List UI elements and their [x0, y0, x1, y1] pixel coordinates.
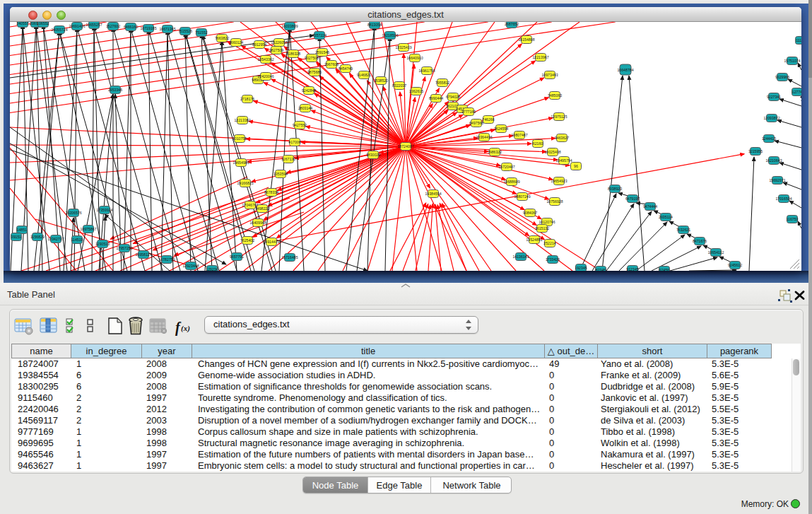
- svg-text:6466160: 6466160: [124, 25, 138, 29]
- svg-text:3624554: 3624554: [494, 127, 508, 131]
- svg-text:16961758: 16961758: [418, 69, 435, 73]
- svg-text:7955812: 7955812: [435, 81, 449, 85]
- svg-text:12213967: 12213967: [532, 55, 548, 59]
- svg-text:3267130: 3267130: [281, 157, 295, 161]
- svg-text:1290513: 1290513: [95, 242, 110, 246]
- svg-text:7485063: 7485063: [548, 93, 562, 98]
- svg-text:8678334: 8678334: [264, 190, 278, 194]
- svg-text:10756928: 10756928: [546, 199, 563, 204]
- svg-text:16914479: 16914479: [263, 240, 279, 244]
- svg-text:16154808: 16154808: [518, 37, 534, 42]
- svg-text:192345: 192345: [575, 266, 587, 270]
- svg-text:16210643: 16210643: [765, 158, 782, 163]
- svg-text:8990444: 8990444: [429, 96, 443, 100]
- svg-text:2591546: 2591546: [315, 50, 329, 54]
- svg-text:2935114: 2935114: [659, 215, 673, 219]
- svg-text:8938923: 8938923: [608, 187, 622, 191]
- svg-text:2967608: 2967608: [324, 62, 339, 66]
- svg-text:129234: 129234: [206, 267, 218, 271]
- svg-text:8471676: 8471676: [693, 239, 707, 243]
- svg-text:17359924: 17359924: [96, 208, 112, 212]
- svg-text:10807487: 10807487: [511, 133, 527, 137]
- svg-text:1010755: 1010755: [233, 136, 247, 141]
- svg-text:3875685: 3875685: [307, 70, 322, 74]
- svg-text:17957253: 17957253: [116, 246, 132, 250]
- svg-text:12923448: 12923448: [182, 264, 199, 268]
- svg-text:19654923: 19654923: [551, 179, 567, 183]
- svg-text:14851: 14851: [17, 228, 28, 232]
- svg-text:2687652: 2687652: [505, 22, 519, 26]
- svg-text:7663822: 7663822: [215, 36, 229, 40]
- svg-text:15751074: 15751074: [784, 59, 800, 63]
- svg-text:7986322: 7986322: [488, 150, 502, 154]
- svg-text:10120746: 10120746: [539, 220, 555, 224]
- svg-text:39151: 39151: [11, 235, 22, 239]
- svg-text:1538520: 1538520: [374, 78, 388, 83]
- svg-text:14136141: 14136141: [512, 255, 529, 259]
- svg-text:9327508: 9327508: [305, 56, 319, 60]
- svg-text:13524851: 13524851: [526, 238, 542, 242]
- svg-text:16409948: 16409948: [249, 221, 266, 225]
- svg-text:10688609: 10688609: [503, 180, 519, 184]
- svg-text:15226058: 15226058: [271, 40, 287, 45]
- svg-text:6497568: 6497568: [469, 121, 483, 125]
- svg-text:12342737: 12342737: [47, 237, 64, 241]
- svg-text:19654985: 19654985: [233, 160, 249, 165]
- svg-text:12975125: 12975125: [551, 115, 567, 119]
- svg-text:18807249: 18807249: [514, 194, 530, 199]
- svg-text:1830029: 1830029: [366, 153, 380, 157]
- svg-text:62160: 62160: [533, 141, 543, 146]
- svg-text:16958127: 16958127: [135, 252, 151, 257]
- svg-text:10975867: 10975867: [80, 227, 96, 231]
- svg-text:10543362: 10543362: [257, 57, 273, 62]
- svg-text:7625402: 7625402: [240, 238, 254, 243]
- svg-text:19384554: 19384554: [425, 192, 441, 196]
- svg-text:746266: 746266: [482, 117, 494, 122]
- svg-text:10719185: 10719185: [140, 26, 156, 30]
- svg-text:10025438: 10025438: [544, 150, 560, 154]
- svg-text:252214: 252214: [543, 241, 555, 245]
- svg-text:96: 96: [574, 164, 578, 168]
- svg-text:82345: 82345: [596, 268, 606, 271]
- svg-text:8813054: 8813054: [367, 23, 382, 27]
- svg-text:1353594: 1353594: [273, 172, 288, 176]
- svg-text:12774: 12774: [792, 90, 801, 94]
- svg-text:1498222: 1498222: [255, 206, 269, 211]
- svg-text:16640910: 16640910: [406, 56, 423, 60]
- svg-text:1244415: 1244415: [762, 136, 776, 141]
- svg-text:20206576: 20206576: [65, 211, 81, 215]
- svg-text:8322037: 8322037: [392, 83, 406, 88]
- svg-text:16033809: 16033809: [281, 24, 298, 28]
- svg-text:(x): (x): [181, 324, 190, 333]
- svg-text:13495794: 13495794: [555, 158, 572, 163]
- svg-text:3660124: 3660124: [229, 40, 243, 45]
- svg-text:9146821: 9146821: [357, 73, 371, 77]
- svg-text:10655257: 10655257: [86, 23, 102, 27]
- svg-text:9329966: 9329966: [775, 75, 789, 79]
- svg-text:912345: 912345: [626, 267, 638, 271]
- svg-text:9084067: 9084067: [523, 211, 537, 215]
- svg-text:6479197: 6479197: [625, 197, 640, 201]
- svg-text:2718176: 2718176: [240, 97, 254, 101]
- svg-text:3215955: 3215955: [748, 149, 763, 153]
- svg-text:20364436: 20364436: [476, 135, 492, 139]
- svg-text:15692971: 15692971: [769, 178, 785, 182]
- svg-text:2803144: 2803144: [298, 106, 312, 110]
- svg-text:22420046: 22420046: [257, 74, 273, 78]
- svg-text:15716485: 15716485: [281, 255, 298, 259]
- svg-text:17016504: 17016504: [775, 197, 792, 201]
- svg-text:240557: 240557: [16, 22, 28, 25]
- svg-text:1156829: 1156829: [30, 235, 45, 239]
- svg-text:18724007: 18724007: [397, 144, 413, 148]
- svg-text:7515526: 7515526: [178, 29, 192, 33]
- svg-text:9474444: 9474444: [643, 204, 657, 209]
- svg-text:9245612: 9245612: [728, 263, 742, 267]
- svg-text:8454749: 8454749: [339, 66, 353, 71]
- svg-text:92456: 92456: [659, 268, 670, 271]
- svg-text:24055724: 24055724: [51, 28, 67, 32]
- svg-text:16782759: 16782759: [158, 257, 175, 262]
- svg-text:8912954: 8912954: [252, 42, 266, 47]
- svg-text:116753: 116753: [787, 217, 799, 221]
- svg-text:7357224: 7357224: [312, 33, 326, 37]
- svg-text:9227341: 9227341: [767, 95, 781, 99]
